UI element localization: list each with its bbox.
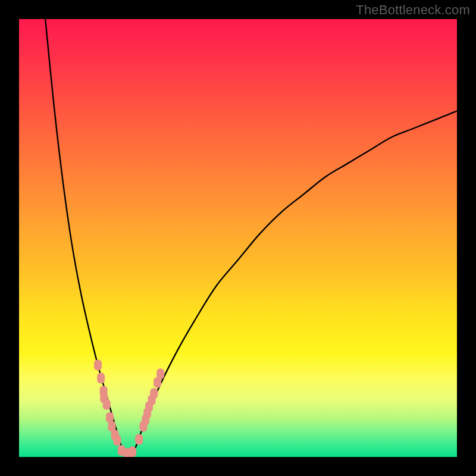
marker-point (94, 359, 102, 370)
marker-point (135, 434, 143, 445)
chart-frame: TheBottleneck.com (0, 0, 476, 476)
marker-point (150, 388, 158, 399)
marker-point (97, 373, 105, 384)
marker-point (103, 399, 111, 410)
trough-markers (94, 359, 164, 457)
marker-point (113, 435, 121, 446)
marker-point (129, 446, 136, 457)
marker-point (156, 368, 164, 379)
curve-layer (19, 19, 457, 457)
plot-area (19, 19, 457, 457)
watermark-text: TheBottleneck.com (356, 2, 470, 18)
